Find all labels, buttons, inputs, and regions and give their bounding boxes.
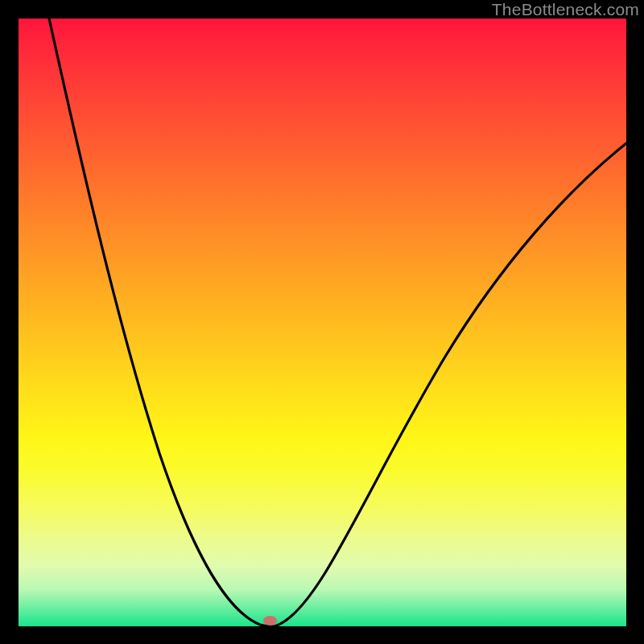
watermark-text: TheBottleneck.com <box>492 0 639 19</box>
plot-area <box>19 19 626 626</box>
chart-frame: TheBottleneck.com <box>0 0 644 644</box>
optimal-point-marker <box>263 616 277 625</box>
curve-path <box>49 19 626 626</box>
bottleneck-curve <box>19 19 626 626</box>
